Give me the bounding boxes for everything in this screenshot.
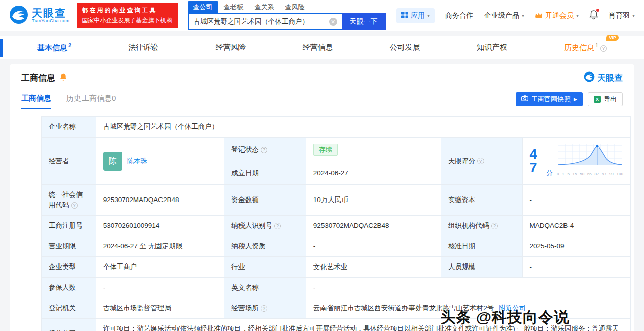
search-button[interactable]: 天眼一下 bbox=[342, 13, 386, 30]
crown-icon bbox=[535, 12, 543, 20]
subscribe-bell-icon[interactable] bbox=[59, 73, 67, 83]
brand-name: 天眼查 bbox=[597, 72, 623, 84]
user-menu[interactable]: 肖育羽 ▾ bbox=[609, 11, 635, 20]
row-operator-status: 经营者 陈 陈本珠 登记状态? 存续 天眼评分? bbox=[42, 138, 631, 162]
official-snapshot-button[interactable]: 工商官网快照 ▶ bbox=[516, 92, 583, 106]
insured-count-label: 参保人数 bbox=[42, 278, 96, 298]
nav-open-vip[interactable]: 开通会员 ▾ bbox=[535, 11, 579, 20]
subtabs-row: 工商信息 历史工商信息0 工商官网快照 ▶ X 导出 bbox=[10, 89, 634, 109]
established-value: 2024-06-27 bbox=[306, 162, 441, 185]
slogan-line1: 都在用的商业查询工具 bbox=[82, 6, 173, 15]
search-tab-company[interactable]: 查公司 bbox=[188, 1, 218, 13]
row-business-term: 营业期限 2024-06-27 至 无固定期限 纳税人资质 - 核准日期 202… bbox=[42, 236, 631, 257]
staff-size-value: - bbox=[522, 257, 631, 278]
tab-basic-info[interactable]: 基本信息2 bbox=[37, 42, 71, 53]
business-term-label: 营业期限 bbox=[42, 236, 96, 257]
tianyancha-logo-icon bbox=[9, 5, 28, 26]
tab-operating-risk[interactable]: 经营风险 bbox=[215, 43, 246, 52]
reg-number-value: 530702601009914 bbox=[96, 216, 224, 236]
tab-operating-info[interactable]: 经营信息 bbox=[303, 43, 333, 52]
logo-title: 天眼查 bbox=[32, 7, 70, 19]
help-icon[interactable]: ? bbox=[274, 223, 281, 229]
approval-date-label: 核准日期 bbox=[441, 236, 522, 257]
taxpayer-quality-label: 纳税人资质 bbox=[224, 236, 306, 257]
notification-dot bbox=[596, 9, 599, 12]
tab-intellectual-property[interactable]: 知识产权 bbox=[477, 43, 507, 52]
section-header: 工商信息 天眼查 bbox=[10, 64, 634, 89]
help-icon[interactable]: ? bbox=[261, 305, 267, 312]
search-input[interactable] bbox=[188, 13, 342, 30]
enterprise-products-label: 企业级产品 bbox=[484, 11, 519, 20]
tab-history-info[interactable]: VIP 历史信息1? bbox=[564, 42, 607, 53]
help-icon[interactable]: ? bbox=[71, 202, 78, 209]
taxpayer-id-label-text: 纳税人识别号 bbox=[231, 222, 272, 229]
credit-code-value: 92530702MADQAC2B48 bbox=[96, 185, 224, 216]
reg-number-label: 工商注册号 bbox=[42, 216, 96, 236]
business-scope-label: 经营范围 bbox=[42, 319, 96, 331]
score-cell: 47 分 bbox=[522, 138, 631, 185]
vip-tag: VIP bbox=[606, 35, 619, 41]
registration-status-value: 存续 bbox=[306, 138, 441, 162]
top-header: 天眼查 TianYanCha.com 都在用的商业查询工具 国家中小企业发展子基… bbox=[0, 0, 644, 31]
score-unit: 分 bbox=[546, 168, 553, 178]
help-icon[interactable]: ? bbox=[491, 223, 498, 229]
row-insured: 参保人数 - 英文名称 - bbox=[42, 278, 631, 298]
nav-business-cooperation[interactable]: 商务合作 bbox=[445, 11, 473, 20]
established-label: 成立日期 bbox=[224, 162, 306, 185]
search-tab-relation[interactable]: 查关系 bbox=[249, 1, 280, 13]
clear-search-icon[interactable]: ✕ bbox=[329, 18, 337, 26]
notification-bell-icon[interactable] bbox=[589, 10, 598, 21]
open-vip-label: 开通会员 bbox=[545, 11, 574, 20]
section-title: 工商信息 bbox=[21, 72, 55, 84]
row-business-scope: 经营范围 许可项目：游艺娱乐活动(依法须经批准的项目，经相关部门批准后方可开展经… bbox=[42, 319, 631, 331]
score-label-text: 天眼评分 bbox=[448, 157, 475, 165]
row-credit-code: 统一社会信用代码? 92530702MADQAC2B48 资金数额 10万人民币… bbox=[42, 185, 631, 216]
subtab-history-business-info[interactable]: 历史工商信息0 bbox=[66, 89, 116, 109]
tianyancha-logo[interactable]: 天眼查 TianYanCha.com bbox=[9, 5, 70, 26]
nearby-companies-link[interactable]: 附近公司 bbox=[499, 304, 526, 312]
english-name-label: 英文名称 bbox=[224, 278, 306, 298]
tab-legal[interactable]: 法律诉讼 bbox=[128, 43, 158, 52]
help-icon[interactable]: ? bbox=[600, 45, 607, 52]
export-button[interactable]: X 导出 bbox=[588, 92, 623, 106]
search-tab-risk[interactable]: 查风险 bbox=[280, 1, 310, 13]
help-icon[interactable]: ? bbox=[477, 158, 484, 164]
tab-company-development[interactable]: 公司发展 bbox=[390, 43, 420, 52]
chevron-down-icon: ▾ bbox=[427, 13, 430, 18]
row-registry: 登记机关 古城区市场监督管理局 经营场所? 云南省丽江市古城区西安街道办事处青龙… bbox=[42, 298, 631, 319]
company-type-label: 企业类型 bbox=[42, 257, 96, 278]
nav-enterprise-products[interactable]: 企业级产品 ▾ bbox=[484, 11, 524, 20]
registration-authority-label: 登记机关 bbox=[42, 298, 96, 319]
brand-watermark: 天眼查 bbox=[584, 71, 623, 85]
operator-name-link[interactable]: 陈本珠 bbox=[127, 156, 148, 166]
business-scope-value: 许可项目：游艺娱乐活动(依法须经批准的项目，经相关部门批准后方可开展经营活动，具… bbox=[96, 319, 630, 331]
operator-label: 经营者 bbox=[42, 138, 96, 185]
capital-label: 资金数额 bbox=[224, 185, 306, 216]
english-name-value: - bbox=[306, 278, 630, 298]
search-tabs: 查公司 查老板 查关系 查风险 bbox=[188, 1, 386, 13]
chevron-right-icon: ▶ bbox=[574, 97, 577, 102]
registration-status-label: 登记状态? bbox=[224, 138, 306, 162]
subtab-business-info[interactable]: 工商信息 bbox=[21, 89, 51, 109]
tab-history-info-count: 1 bbox=[595, 42, 598, 48]
chevron-down-icon: ▾ bbox=[576, 13, 579, 18]
apps-menu[interactable]: 应用 ▾ bbox=[396, 8, 435, 23]
business-info-table: 企业名称 古城区荒野之国艺术园（个体工商户） 经营者 陈 陈本珠 登记状态? 存… bbox=[41, 116, 631, 331]
org-code-label-text: 组织机构代码 bbox=[448, 222, 489, 229]
search-block: 查公司 查老板 查关系 查风险 ✕ 天眼一下 bbox=[188, 1, 386, 30]
search-tab-boss[interactable]: 查老板 bbox=[218, 1, 249, 13]
premises-label-text: 经营场所 bbox=[231, 304, 259, 312]
camera-icon bbox=[521, 95, 528, 103]
score-value: 47 bbox=[530, 148, 543, 175]
row-company-name: 企业名称 古城区荒野之国艺术园（个体工商户） bbox=[42, 117, 631, 138]
insured-count-value: - bbox=[96, 278, 224, 298]
company-section-tabs: 基本信息2 法律诉讼 经营风险 经营信息 公司发展 知识产权 VIP 历史信息1… bbox=[0, 36, 644, 59]
chevron-down-icon: ▾ bbox=[522, 13, 524, 18]
slogan-line2: 国家中小企业发展子基金旗下机构 bbox=[82, 16, 173, 25]
logo-subtitle: TianYanCha.com bbox=[32, 19, 70, 24]
operator-avatar[interactable]: 陈 bbox=[103, 152, 122, 171]
left-edge-indicator bbox=[0, 39, 3, 57]
export-label: 导出 bbox=[604, 95, 617, 104]
premises-label: 经营场所? bbox=[224, 298, 306, 319]
help-icon[interactable]: ? bbox=[261, 147, 267, 153]
